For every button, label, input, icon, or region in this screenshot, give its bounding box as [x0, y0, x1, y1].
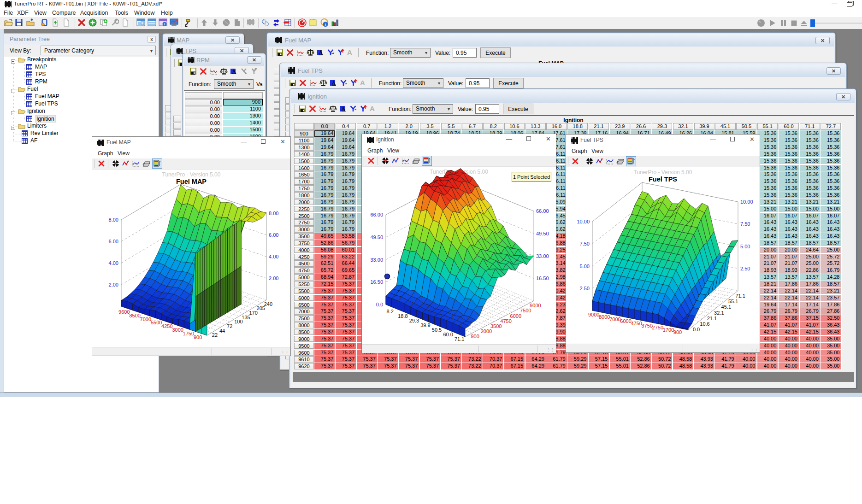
svg-text:900: 900: [673, 329, 682, 335]
svg-text:1750: 1750: [183, 331, 194, 336]
svg-text:7000: 7000: [609, 316, 620, 322]
svg-text:21.1: 21.1: [707, 316, 717, 321]
svg-text:4750: 4750: [500, 318, 511, 324]
svg-text:0.0: 0.0: [376, 302, 383, 307]
svg-text:9600: 9600: [118, 309, 130, 315]
svg-text:9000: 9000: [530, 303, 541, 308]
svg-text:10.6: 10.6: [700, 321, 709, 327]
svg-text:4.00: 4.00: [269, 254, 278, 259]
svg-text:7000: 7000: [140, 316, 151, 322]
svg-text:44: 44: [219, 328, 225, 334]
svg-text:8.00: 8.00: [269, 211, 278, 216]
svg-text:2750: 2750: [652, 325, 663, 330]
svg-text:8500: 8500: [129, 313, 140, 318]
svg-text:50.5: 50.5: [432, 327, 442, 333]
svg-text:8000: 8000: [599, 314, 610, 320]
svg-text:6.00: 6.00: [109, 239, 118, 244]
svg-text:10.00: 10.00: [740, 199, 753, 205]
svg-text:i: i: [325, 23, 326, 27]
svg-text:i: i: [164, 22, 165, 26]
svg-text:2000: 2000: [481, 328, 492, 334]
svg-text:8.2: 8.2: [387, 309, 394, 314]
svg-text:71.1: 71.1: [455, 336, 464, 342]
svg-text:3500: 3500: [490, 323, 502, 329]
svg-text:49.50: 49.50: [536, 231, 549, 236]
svg-text:4250: 4250: [161, 323, 172, 329]
svg-text:33.00: 33.00: [370, 257, 383, 263]
svg-text:22: 22: [212, 332, 218, 338]
svg-text:2.00: 2.00: [109, 282, 118, 287]
svg-text:900: 900: [194, 334, 202, 340]
svg-text:1700: 1700: [663, 327, 674, 333]
svg-text:2.50: 2.50: [580, 286, 590, 291]
svg-text:3750: 3750: [642, 323, 653, 328]
svg-text:32.1: 32.1: [714, 310, 724, 316]
svg-text:33.00: 33.00: [536, 253, 549, 259]
svg-text:2.00: 2.00: [269, 275, 278, 281]
svg-text:3000: 3000: [172, 327, 183, 333]
svg-text:8.00: 8.00: [109, 217, 118, 223]
svg-text:72: 72: [227, 323, 232, 329]
svg-text:7500: 7500: [520, 308, 531, 313]
svg-text:60.0: 60.0: [443, 332, 453, 337]
svg-text:16.50: 16.50: [370, 279, 383, 285]
svg-text:4.00: 4.00: [109, 260, 118, 266]
svg-text:39.9: 39.9: [420, 322, 430, 328]
svg-text:49.50: 49.50: [370, 234, 383, 240]
svg-text:29.3: 29.3: [409, 318, 419, 323]
svg-text:45.1: 45.1: [721, 304, 731, 310]
svg-text:240: 240: [264, 301, 272, 307]
svg-text:66.00: 66.00: [536, 208, 549, 214]
svg-text:55.1: 55.1: [728, 299, 738, 304]
svg-text:2.50: 2.50: [740, 266, 750, 271]
svg-text:16.50: 16.50: [536, 275, 549, 281]
svg-text:7.50: 7.50: [580, 241, 590, 246]
svg-text:9000: 9000: [588, 312, 599, 317]
svg-text:10.00: 10.00: [577, 219, 590, 224]
svg-text:71.1: 71.1: [735, 293, 745, 299]
svg-text:900: 900: [471, 334, 479, 339]
svg-text:6000: 6000: [510, 313, 521, 319]
svg-text:4750: 4750: [631, 321, 642, 326]
svg-text:5500: 5500: [151, 320, 162, 325]
svg-text:0.0: 0.0: [693, 327, 700, 332]
svg-text:6000: 6000: [620, 318, 631, 324]
svg-text:66.00: 66.00: [370, 212, 383, 217]
svg-text:6.00: 6.00: [269, 232, 278, 238]
svg-text:5.00: 5.00: [740, 244, 750, 249]
svg-text:5.00: 5.00: [580, 264, 590, 269]
svg-text:18.8: 18.8: [398, 313, 407, 319]
svg-text:7.50: 7.50: [740, 221, 750, 227]
